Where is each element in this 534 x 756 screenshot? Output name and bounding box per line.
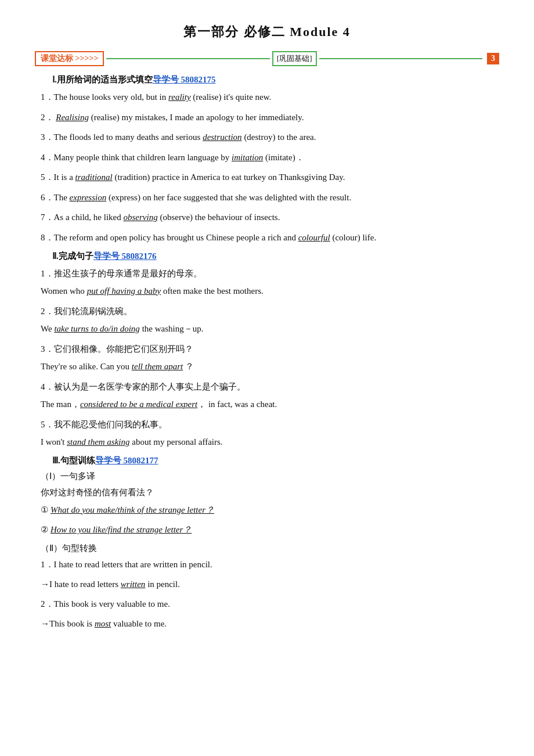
section2-cn-1: 1．推迟生孩子的母亲通常是最好的母亲。	[35, 267, 499, 282]
en-before: We	[41, 324, 54, 333]
section1-item-2: 2． Realising (realise) my mistakes, I ma…	[35, 110, 499, 125]
section-number: 3	[487, 53, 499, 64]
section2-en-4: The man，considered to be a medical exper…	[35, 397, 499, 412]
arrow-before: →This book is	[41, 619, 95, 628]
section3-guide-link[interactable]: 导学号 58082177	[95, 456, 158, 465]
section1-guide-link[interactable]: 导学号 58082175	[153, 75, 216, 84]
item-num: 2．	[41, 113, 54, 122]
section3-part1-item-1: ①What do you make/think of the strange l…	[35, 503, 499, 518]
item-answer: traditional	[75, 172, 113, 182]
section3-part2-label: （Ⅱ）句型转换	[41, 543, 499, 554]
arrow-answer: written	[121, 579, 146, 589]
page-title: 第一部分 必修二 Module 4	[35, 23, 499, 41]
item-answer: imitation	[232, 153, 263, 162]
en-after: ？	[183, 362, 194, 371]
item-num: 8．	[41, 233, 54, 242]
en-before: I won't	[41, 437, 67, 447]
item-answer: colourful	[298, 233, 330, 242]
item-text-before: The	[54, 193, 70, 202]
arrow-before: →I hate to read letters	[41, 579, 121, 589]
item-text-after: (colour) life.	[330, 233, 377, 242]
item-text-before: The floods led to many deaths and seriou…	[54, 132, 203, 142]
section3-part2-arrow-1: →I hate to read letters written in penci…	[35, 577, 499, 592]
item-text-after: (tradition) practice in America to eat t…	[113, 172, 345, 182]
part1-answer: How to you like/find the strange letter？	[50, 525, 192, 534]
item-text-before: The house looks very old, but in	[54, 92, 168, 102]
section2-en-5: I won't stand them asking about my perso…	[35, 435, 499, 450]
section3-part2-arrow-2: →This book is most valuable to me.	[35, 617, 499, 632]
en-before: Women who	[41, 286, 87, 296]
section2-items: 1．推迟生孩子的母亲通常是最好的母亲。Women who put off hav…	[35, 267, 499, 449]
item-answer: expression	[70, 193, 107, 202]
item-text-after: (realise) it's quite new.	[191, 92, 272, 102]
section3-part1-item-2: ②How to you like/find the strange letter…	[35, 523, 499, 538]
item-text-after: (observe) the behaviour of insects.	[158, 213, 280, 222]
section3-content: （Ⅰ）一句多译你对这封奇怪的信有何看法？①What do you make/th…	[35, 471, 499, 632]
en-answer: put off having a baby	[87, 286, 161, 296]
item-original: I hate to read letters that are written …	[54, 560, 212, 569]
arrow-after: in pencil.	[145, 579, 180, 589]
section3-title: Ⅲ.句型训练导学号 58082177	[52, 455, 499, 466]
item-num: 1．	[41, 92, 54, 102]
section1-title: Ⅰ.用所给词的适当形式填空导学号 58082175	[52, 74, 499, 85]
circle-num: ①	[41, 505, 48, 514]
item-answer: reality	[168, 92, 191, 102]
en-after: the washing－up.	[140, 324, 204, 333]
item-answer: destruction	[203, 132, 242, 142]
section2-guide-link[interactable]: 导学号 58082176	[93, 251, 157, 261]
en-answer: take turns to do/in doing	[54, 324, 140, 333]
section3-part2-original-1: 1．I hate to read letters that are writte…	[35, 557, 499, 573]
section3-part1-cn: 你对这封奇怪的信有何看法？	[35, 485, 499, 501]
item-answer: observing	[123, 213, 157, 222]
section-bracket: [巩固基础]	[272, 51, 317, 66]
section2-en-1: Women who put off having a baby often ma…	[35, 284, 499, 299]
item-num: 3．	[41, 132, 54, 142]
en-answer: stand them asking	[67, 437, 129, 447]
item-text-after: (destroy) to the area.	[242, 132, 316, 142]
item-original: This book is very valuable to me.	[54, 599, 170, 609]
item-num: 2．	[41, 599, 54, 609]
item-text-before: The reform and open policy has brought u…	[54, 233, 298, 242]
section1-item-7: 7．As a child, he liked observing (observ…	[35, 210, 499, 225]
arrow-answer: most	[95, 619, 111, 628]
section3-part1-label: （Ⅰ）一句多译	[41, 471, 499, 482]
en-after: about my personal affairs.	[130, 437, 223, 447]
item-num: 5．	[41, 172, 54, 182]
item-num: 6．	[41, 193, 54, 202]
item-text-after: (realise) my mistakes, I made an apology…	[89, 113, 304, 122]
section2-cn-4: 4．被认为是一名医学专家的那个人事实上是个骗子。	[35, 380, 499, 395]
section1-items: 1．The house looks very old, but in reali…	[35, 90, 499, 245]
section-divider-line2	[319, 58, 482, 59]
item-num: 7．	[41, 213, 54, 222]
section1-item-8: 8．The reform and open policy has brought…	[35, 231, 499, 246]
en-before: They're so alike. Can you	[41, 362, 132, 371]
section1-item-3: 3．The floods led to many deaths and seri…	[35, 130, 499, 145]
item-text-before: Many people think that children learn la…	[54, 153, 232, 162]
en-before: The man，	[41, 399, 80, 409]
section1-item-4: 4．Many people think that children learn …	[35, 150, 499, 165]
section2-cn-2: 2．我们轮流刷锅洗碗。	[35, 304, 499, 319]
section-label: 课堂达标 >>>>>	[35, 51, 104, 66]
en-after: often make the best mothers.	[161, 286, 264, 296]
item-text-after: (express) on her face suggested that she…	[106, 193, 351, 202]
circle-num: ②	[41, 525, 48, 534]
section1-item-1: 1．The house looks very old, but in reali…	[35, 90, 499, 105]
section2-en-2: We take turns to do/in doing the washing…	[35, 322, 499, 337]
en-answer: tell them apart	[132, 362, 183, 371]
item-text-after: (imitate)．	[263, 153, 304, 162]
item-answer: Realising	[56, 113, 89, 122]
section3-part2-original-2: 2．This book is very valuable to me.	[35, 597, 499, 612]
section-header: 课堂达标 >>>>> [巩固基础] 3	[35, 51, 499, 66]
section-divider-line	[106, 58, 269, 59]
arrow-after: valuable to me.	[111, 619, 167, 628]
section2-en-3: They're so alike. Can you tell them apar…	[35, 359, 499, 375]
part1-answer: What do you make/think of the strange le…	[50, 505, 214, 514]
section2-cn-5: 5．我不能忍受他们问我的私事。	[35, 417, 499, 433]
en-after: ， in fact, was a cheat.	[197, 399, 277, 409]
section1-item-5: 5．It is a traditional (tradition) practi…	[35, 170, 499, 185]
item-num: 4．	[41, 153, 54, 162]
section2-title: Ⅱ.完成句子导学号 58082176	[52, 251, 499, 262]
en-answer: considered to be a medical expert	[80, 399, 197, 409]
item-text-before: It is a	[54, 172, 75, 182]
item-num: 1．	[41, 560, 54, 569]
